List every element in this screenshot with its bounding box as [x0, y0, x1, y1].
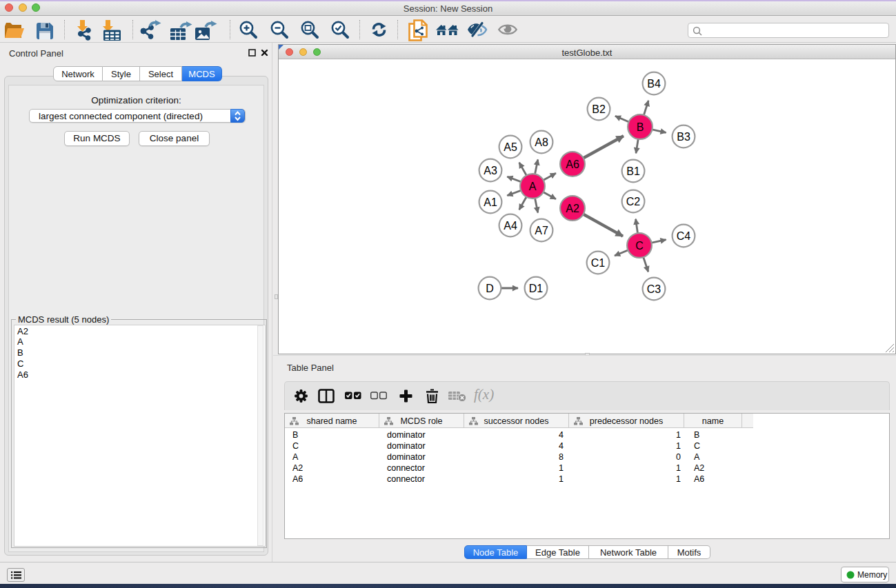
svg-text:D: D	[486, 283, 494, 294]
svg-text:A1: A1	[484, 196, 497, 208]
svg-text:B: B	[637, 121, 644, 133]
svg-text:A7: A7	[535, 225, 548, 236]
svg-text:A5: A5	[504, 141, 517, 153]
svg-text:A2: A2	[566, 203, 579, 214]
svg-text:C4: C4	[677, 230, 691, 242]
svg-text:A6: A6	[566, 159, 579, 170]
svg-text:A3: A3	[484, 165, 497, 176]
svg-text:B3: B3	[677, 131, 690, 143]
svg-text:B1: B1	[626, 165, 640, 177]
svg-text:D1: D1	[529, 283, 544, 294]
svg-text:C3: C3	[647, 283, 661, 295]
svg-text:C: C	[635, 240, 644, 252]
svg-text:C2: C2	[626, 196, 641, 207]
svg-text:B2: B2	[592, 103, 606, 115]
svg-text:B4: B4	[647, 78, 661, 90]
svg-text:A: A	[529, 181, 537, 192]
svg-text:A4: A4	[504, 220, 517, 232]
svg-text:C1: C1	[591, 257, 606, 269]
svg-text:A8: A8	[535, 136, 548, 148]
